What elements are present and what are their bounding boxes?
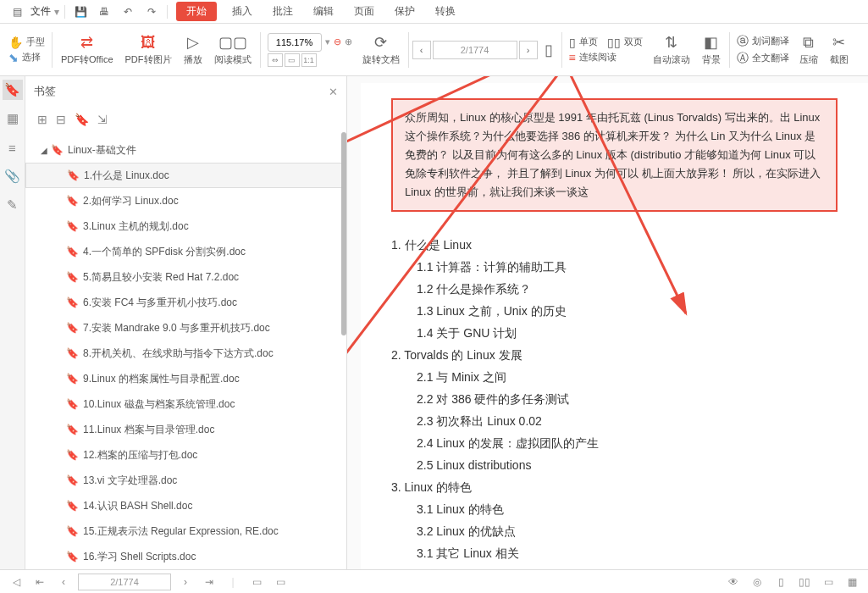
scrollbar[interactable] <box>341 132 346 335</box>
tab-page[interactable]: 页面 <box>346 2 383 21</box>
prev-page-icon[interactable]: ‹ <box>54 576 73 588</box>
prev-page-button[interactable]: ‹ <box>412 41 431 59</box>
tab-start[interactable]: 开始 <box>176 2 217 21</box>
expand-right-icon[interactable]: ▭ <box>271 576 290 588</box>
chevron-down-icon[interactable]: ▾ <box>325 36 330 47</box>
tree-item[interactable]: 🔖1.什么是 Linux.doc <box>25 163 346 188</box>
document-view[interactable]: 众所周知，Linux 的核心原型是 1991 年由托瓦兹 (Linus Torv… <box>347 76 868 569</box>
tree-item[interactable]: 🔖2.如何学习 Linux.doc <box>25 188 346 213</box>
redo-icon[interactable]: ↷ <box>141 2 162 22</box>
toc-entry: 2.5 Linux distributions <box>417 454 838 476</box>
tree-item[interactable]: 🔖7.安装 Mandrake 9.0 与多重开机技巧.doc <box>25 315 346 341</box>
continuous-read[interactable]: ≡连续阅读 <box>569 51 643 64</box>
actual-size-icon[interactable]: 1:1 <box>301 53 317 67</box>
print-icon[interactable]: 🖶 <box>94 2 114 22</box>
tree-item[interactable]: 🔖16.学习 Shell Scripts.doc <box>25 544 346 569</box>
save-icon[interactable]: 💾 <box>70 2 91 22</box>
screenshot[interactable]: ✂截图 <box>825 31 854 68</box>
expand-left-icon[interactable]: ▭ <box>247 576 266 588</box>
add-bookmark-icon[interactable]: ⊞ <box>37 113 47 126</box>
tree-item[interactable]: 🔖4.一个简单的 SPFdisk 分割实例.doc <box>25 239 346 264</box>
single-page[interactable]: ▯单页 ▯▯双页 <box>569 36 643 49</box>
tree-item-label: 13.vi 文字处理器.doc <box>83 474 177 488</box>
zoom-input[interactable] <box>268 33 322 52</box>
collapse-panel-icon[interactable]: ◁ <box>7 576 25 588</box>
fit-page-icon[interactable]: ▭ <box>285 53 300 67</box>
bookmark-ribbon-icon[interactable]: 🔖 <box>75 113 89 126</box>
tree-item-label: 3.Linux 主机的规划.doc <box>83 219 189 234</box>
tree-item[interactable]: 🔖3.Linux 主机的规划.doc <box>25 213 346 239</box>
statusbar: ◁ ⇤ ‹ › ⇥ | ▭ ▭ 👁 ◎ ▯ ▯▯ ▭ ▦ <box>0 569 868 593</box>
bookmark-item-icon: 🔖 <box>66 246 78 258</box>
tree-item-label: 12.档案的压缩与打包.doc <box>83 448 197 463</box>
play-button[interactable]: ▷播放 <box>179 31 207 68</box>
tab-insert[interactable]: 插入 <box>224 2 261 21</box>
expand-icon[interactable]: ⇲ <box>97 113 108 126</box>
view4-icon[interactable]: ▦ <box>843 576 861 588</box>
thumbnail-icon[interactable]: ▦ <box>3 108 23 129</box>
auto-scroll[interactable]: ⇅自动滚动 <box>648 31 695 68</box>
tree-item-label: 15.正规表示法 Regular Expression, RE.doc <box>83 524 279 539</box>
tree-item[interactable]: 🔖12.档案的压缩与打包.doc <box>25 442 346 468</box>
eye-icon[interactable]: 👁 <box>724 576 743 588</box>
toc-entry: 3.1 其它 Linux 相关 <box>417 542 838 564</box>
close-icon[interactable]: ✕ <box>329 86 338 98</box>
sidebar-title: 书签 <box>34 84 56 99</box>
bookmark-icon[interactable]: 🔖 <box>3 80 23 100</box>
outline-icon[interactable]: ≡ <box>3 137 23 158</box>
tree-item[interactable]: 🔖8.开机关机、在线求助与指令下达方式.doc <box>25 341 346 366</box>
zoom-out-icon[interactable]: ⊖ <box>334 36 341 47</box>
next-page-button[interactable]: › <box>519 41 538 59</box>
tree-item[interactable]: 🔖9.Linux 的档案属性与目录配置.doc <box>25 366 346 391</box>
toc-entry: 3. Linux 的特色 <box>391 476 838 498</box>
tree-item[interactable]: 🔖13.vi 文字处理器.doc <box>25 468 346 493</box>
bookmark-item-icon: 🔖 <box>66 525 78 537</box>
tab-convert[interactable]: 转换 <box>427 2 464 21</box>
zoom-in-icon[interactable]: ⊕ <box>345 36 352 47</box>
view2-icon[interactable]: ▯▯ <box>795 576 814 588</box>
bookmark-item-icon: 🔖 <box>66 474 78 486</box>
tab-edit[interactable]: 编辑 <box>305 2 342 21</box>
hand-tool[interactable]: ✋手型 <box>8 36 45 49</box>
read-mode[interactable]: ▢▢阅读模式 <box>209 31 257 68</box>
remove-bookmark-icon[interactable]: ⊟ <box>56 113 66 126</box>
attachment-icon[interactable]: 📎 <box>3 166 23 186</box>
pdf-to-image[interactable]: 🖼PDF转图片 <box>120 31 177 68</box>
pdf-to-office[interactable]: ⇄PDF转Office <box>56 31 119 68</box>
last-page-icon[interactable]: ⇥ <box>200 576 218 588</box>
background[interactable]: ◧背景 <box>697 31 726 68</box>
select-tool[interactable]: ⬊选择 <box>8 51 45 64</box>
tree-root[interactable]: ◢ 🔖 Linux-基础文件 <box>25 137 346 163</box>
full-translate[interactable]: Ⓐ全文翻译 <box>737 51 789 66</box>
first-page-icon[interactable]: ⇤ <box>30 576 49 588</box>
page-input-bottom[interactable] <box>78 574 171 590</box>
layout-toggle[interactable]: ▯ <box>539 39 558 61</box>
toc-entry: 2.3 初次释出 Linux 0.02 <box>417 410 838 432</box>
tree-item[interactable]: 🔖11.Linux 档案与目录管理.doc <box>25 417 346 442</box>
view3-icon[interactable]: ▭ <box>819 576 838 588</box>
rotate-button[interactable]: ⟳旋转文档 <box>357 31 405 68</box>
view1-icon[interactable]: ▯ <box>771 576 790 588</box>
tree-item[interactable]: 🔖14.认识 BASH Shell.doc <box>25 493 346 518</box>
file-menu[interactable]: 文件 <box>30 4 51 19</box>
signature-icon[interactable]: ✎ <box>3 195 23 215</box>
tree-item[interactable]: 🔖10.Linux 磁盘与档案系统管理.doc <box>25 391 346 417</box>
compress[interactable]: ⧉压缩 <box>794 31 823 68</box>
tree-item-label: 5.简易且较小安装 Red Hat 7.2.doc <box>83 270 239 285</box>
tree-item-label: 8.开机关机、在线求助与指令下达方式.doc <box>83 346 274 361</box>
dict-translate[interactable]: ⓐ划词翻译 <box>737 34 789 49</box>
bookmark-tree: ◢ 🔖 Linux-基础文件 🔖1.什么是 Linux.doc🔖2.如何学习 L… <box>25 132 346 569</box>
tab-annotate[interactable]: 批注 <box>264 2 301 21</box>
page-input-top[interactable] <box>433 41 517 59</box>
tree-item-label: 11.Linux 档案与目录管理.doc <box>83 423 214 437</box>
app-menu-icon[interactable]: ▤ <box>7 2 27 22</box>
tree-item[interactable]: 🔖6.安装 FC4 与多重开机小技巧.doc <box>25 290 346 315</box>
undo-icon[interactable]: ↶ <box>118 2 138 22</box>
tab-protect[interactable]: 保护 <box>386 2 423 21</box>
target-icon[interactable]: ◎ <box>748 576 766 588</box>
next-page-icon[interactable]: › <box>176 576 195 588</box>
tree-item[interactable]: 🔖15.正规表示法 Regular Expression, RE.doc <box>25 518 346 544</box>
tree-item[interactable]: 🔖5.简易且较小安装 Red Hat 7.2.doc <box>25 264 346 290</box>
toc-entry: 1.3 Linux 之前，Unix 的历史 <box>417 300 838 322</box>
fit-width-icon[interactable]: ⇔ <box>268 53 283 67</box>
